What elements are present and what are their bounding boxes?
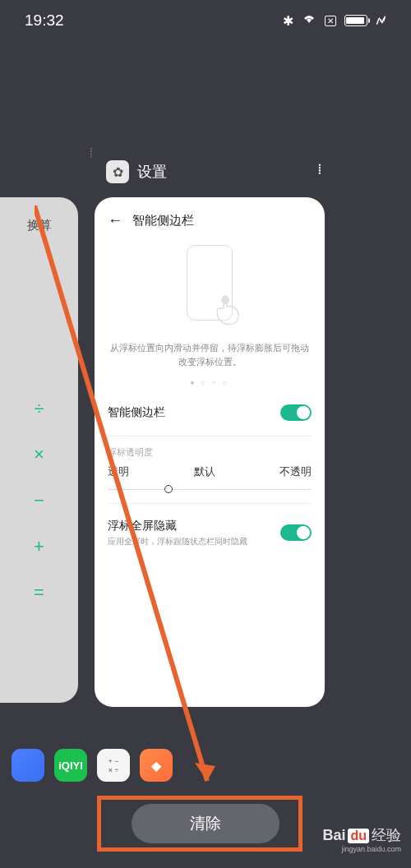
smart-sidebar-toggle[interactable] — [280, 404, 312, 421]
fullscreen-hide-sub: 应用全屏时，浮标跟随状态栏同时隐藏 — [108, 536, 247, 547]
opacity-opaque: 不透明 — [279, 465, 312, 479]
status-bar: 19:32 ✱ ✕ 🗲 — [0, 0, 411, 41]
recent-app-card-settings[interactable]: ← 智能侧边栏 从浮标位置向内滑动并停留，待浮标膨胀后可拖动改变浮标位置。 ● … — [95, 197, 325, 707]
fullscreen-hide-label: 浮标全屏隐藏 — [108, 519, 247, 533]
plus-op: + — [34, 536, 44, 557]
calculator-title: 换算 — [0, 218, 78, 233]
wifi-icon — [302, 13, 316, 28]
watermark-jingyan: 经验 — [372, 825, 401, 845]
smart-sidebar-label: 智能侧边栏 — [108, 405, 165, 420]
annotation-box — [97, 796, 302, 852]
page-title: 智能侧边栏 — [132, 213, 194, 229]
battery-icon — [344, 15, 367, 26]
dock-app-cleaner[interactable]: ◆ — [140, 749, 173, 782]
instruction-text: 从浮标位置向内滑动并停留，待浮标膨胀后可拖动改变浮标位置。 — [108, 341, 312, 369]
minus-op: − — [34, 490, 44, 511]
opacity-transparent: 透明 — [108, 465, 129, 479]
divide-op: ÷ — [34, 398, 44, 419]
status-time: 19:32 — [25, 12, 64, 30]
sidebar-illustration — [108, 229, 312, 336]
equals-op: = — [34, 582, 44, 603]
dock-app-iqiyi[interactable]: iQIYI — [54, 749, 87, 782]
bluetooth-icon: ✱ — [283, 13, 293, 29]
watermark: Baidu 经验 jingyan.baidu.com — [322, 825, 401, 853]
recent-app-card-calculator[interactable]: 换算 ÷ × − + = — [0, 197, 78, 703]
svg-marker-2 — [195, 763, 215, 781]
dock-app-calculator[interactable]: + −× ÷ — [97, 749, 130, 782]
lock-icon: ⁞ — [89, 144, 94, 162]
opacity-default: 默认 — [194, 465, 215, 479]
opacity-slider[interactable] — [108, 489, 312, 490]
fullscreen-hide-toggle[interactable] — [280, 524, 312, 541]
watermark-du: du — [348, 829, 369, 843]
page-dots: ● ○ ○ ○ — [108, 379, 312, 386]
status-icons: ✱ ✕ 🗲 — [283, 13, 386, 29]
svg-point-0 — [221, 296, 229, 304]
watermark-bai: Bai — [322, 827, 345, 844]
app-name-label: 设置 — [137, 162, 167, 182]
charging-icon: 🗲 — [376, 15, 386, 27]
fullscreen-hide-row: 浮标全屏隐藏 应用全屏时，浮标跟随状态栏同时隐藏 — [108, 510, 312, 556]
app-header: ✿ 设置 — [106, 160, 167, 183]
settings-app-icon: ✿ — [106, 160, 129, 183]
opacity-section-label: 浮标透明度 — [108, 446, 312, 459]
smart-sidebar-row: 智能侧边栏 — [108, 396, 312, 429]
back-arrow-icon[interactable]: ← — [108, 212, 122, 229]
opacity-labels: 透明 默认 不透明 — [108, 465, 312, 479]
calculator-ops: ÷ × − + = — [0, 398, 78, 603]
multiply-op: × — [34, 444, 44, 465]
app-more-button[interactable]: ⁞ — [317, 160, 322, 178]
dock-app-files[interactable] — [12, 749, 44, 782]
watermark-url: jingyan.baidu.com — [341, 845, 401, 853]
data-off-icon: ✕ — [325, 16, 336, 26]
dock: iQIYI + −× ÷ ◆ — [12, 749, 173, 782]
